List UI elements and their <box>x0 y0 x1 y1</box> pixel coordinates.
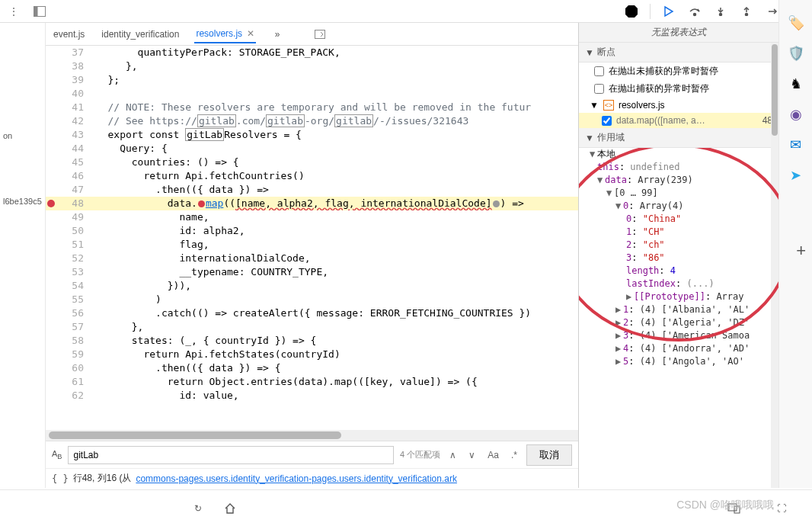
chess-icon[interactable]: ♞ <box>787 75 805 93</box>
search-bar: AB 4 个匹配项 ∧ ∨ Aa .* 取消 <box>46 441 578 468</box>
telegram-icon[interactable]: ➤ <box>787 166 805 184</box>
status-line: { } 行48, 列16 (从commons-pages.users.ident… <box>46 468 578 488</box>
svg-point-4 <box>694 13 696 15</box>
tab-event-js[interactable]: event.js <box>52 26 86 43</box>
shield-icon[interactable]: 🛡️ <box>787 44 805 63</box>
search-input[interactable] <box>68 446 394 464</box>
reload-icon[interactable]: ↻ <box>190 501 206 516</box>
bp-checkbox[interactable] <box>602 116 612 126</box>
pause-caught-checkbox[interactable] <box>594 84 604 94</box>
watermark: CSDN @咯哦哦哦哦 <box>676 499 774 512</box>
regex-option[interactable]: .* <box>508 448 520 462</box>
code-editor[interactable]: 37 quantityPerPack: STORAGE_PER_PACK, 38… <box>46 46 578 430</box>
more-tabs-icon[interactable]: » <box>270 27 285 42</box>
resume-icon[interactable] <box>661 4 676 19</box>
pause-uncaught-row[interactable]: 在抛出未捕获的异常时暂停 <box>579 63 778 80</box>
scope-body[interactable]: ▼本地 this: undefined ▼data: Array(239) ▼[… <box>579 148 778 488</box>
panel-icon[interactable] <box>32 4 47 19</box>
pause-caught-row[interactable]: 在抛出捕获的异常时暂停 <box>579 80 778 98</box>
next-match-icon[interactable]: ∨ <box>465 448 478 462</box>
file-icon: <> <box>603 100 614 111</box>
add-icon[interactable]: + <box>796 241 806 261</box>
pause-uncaught-checkbox[interactable] <box>594 66 604 76</box>
commit-hash: l6be139c5 <box>0 195 45 207</box>
tab-resolvers-js[interactable]: resolvers.js✕ <box>194 25 256 43</box>
left-label: on <box>0 130 45 142</box>
stop-icon[interactable] <box>624 4 639 19</box>
svg-marker-2 <box>625 5 638 18</box>
tab-identity-verification[interactable]: identity_verification <box>100 26 181 43</box>
editor-pane: event.js identity_verification resolvers… <box>46 23 579 488</box>
bp-line-row[interactable]: data.map(([name, a…48 <box>579 113 778 128</box>
tag-icon[interactable]: 🏷️ <box>787 14 805 32</box>
horizontal-scrollbar[interactable] <box>46 430 578 441</box>
svg-rect-1 <box>34 6 38 16</box>
expand-icon[interactable]: ⛶ <box>774 501 789 516</box>
right-app-bar: 🏷️ 🛡️ ♞ ◉ ✉ ➤ + <box>778 0 812 488</box>
more-menu-icon[interactable]: ⋮ <box>6 4 21 19</box>
toolbar: ⋮ <box>0 0 812 23</box>
step-into-icon[interactable] <box>713 4 728 19</box>
close-icon[interactable]: ✕ <box>247 28 254 39</box>
editor-tabs: event.js identity_verification resolvers… <box>46 23 578 46</box>
outlook-icon[interactable]: ✉ <box>787 136 805 154</box>
left-sidebar: on l6be139c5 <box>0 23 46 488</box>
search-mode-icon[interactable]: AB <box>52 449 62 460</box>
svg-point-6 <box>746 13 748 15</box>
breakpoint-dot[interactable] <box>47 200 55 207</box>
swirl-icon[interactable]: ◉ <box>787 105 805 123</box>
step-out-icon[interactable] <box>739 4 754 19</box>
svg-marker-3 <box>665 7 673 16</box>
case-option[interactable]: Aa <box>484 448 502 462</box>
debug-pane: 无监视表达式 ▼断点 在抛出未捕获的异常时暂停 在抛出捕获的异常时暂停 ▼<>r… <box>579 23 778 488</box>
step-over-icon[interactable] <box>687 4 702 19</box>
svg-point-5 <box>720 13 722 15</box>
prev-match-icon[interactable]: ∧ <box>446 448 459 462</box>
step-icon[interactable] <box>765 4 780 19</box>
home-icon[interactable] <box>222 501 238 516</box>
watch-header: 无监视表达式 <box>579 23 778 43</box>
breakpoints-header[interactable]: ▼断点 <box>579 43 778 63</box>
brace-icon[interactable]: { } <box>52 473 69 484</box>
cancel-button[interactable]: 取消 <box>526 444 572 466</box>
bp-file-row[interactable]: ▼<>resolvers.js <box>579 98 778 113</box>
scope-header[interactable]: ▼作用域 <box>579 128 778 148</box>
match-count: 4 个匹配项 <box>400 449 440 460</box>
source-link[interactable]: commons-pages.users.identity_verificatio… <box>136 473 457 484</box>
tab-menu-icon[interactable] <box>312 27 328 42</box>
